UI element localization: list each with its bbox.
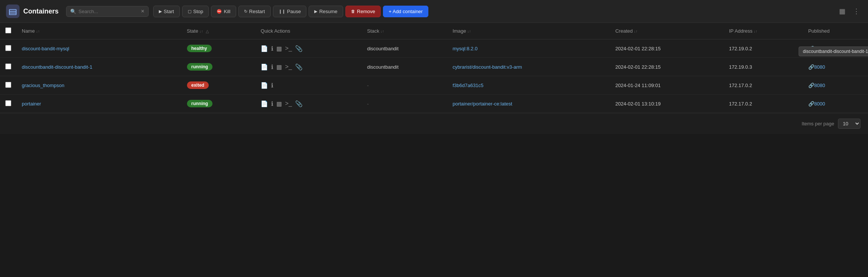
pause-button[interactable]: ❙❙ Pause — [273, 6, 307, 17]
logs-icon[interactable]: 📄 — [261, 45, 268, 52]
kill-icon: ⛔ — [217, 9, 222, 14]
svg-rect-2 — [9, 13, 16, 15]
quick-actions-group: 📄 ℹ ▩ >_ 📎 — [261, 63, 356, 71]
stack-cell: - — [362, 95, 448, 113]
image-link[interactable]: portainer/portainer-ce:latest — [452, 101, 512, 107]
ip-cell: 172.19.0.2 — [724, 39, 803, 58]
stack-value: - — [367, 101, 369, 107]
pause-icon: ❙❙ — [279, 9, 285, 14]
stop-button[interactable]: ▢ Stop — [182, 6, 209, 17]
stats-icon[interactable]: ▩ — [276, 45, 282, 52]
stack-cell: discountbandit — [362, 39, 448, 58]
port-link[interactable]: 🔗8080 — [808, 64, 825, 70]
inspect-icon[interactable]: ℹ — [271, 82, 273, 89]
inspect-icon[interactable]: ℹ — [271, 63, 273, 71]
image-cell: f3b6d7a631c5 — [447, 76, 610, 95]
port-link[interactable]: 🔗8000 — [808, 101, 825, 107]
start-button[interactable]: ▶ Start — [153, 6, 179, 17]
created-cell: 2024-02-01 22:28:15 — [610, 58, 724, 76]
col-state[interactable]: State↓↑ △ — [182, 23, 256, 39]
container-name-link[interactable]: discountbandit-discount-bandit-1 — [22, 64, 92, 70]
quick-actions-cell: 📄 ℹ ▩ >_ 📎 — [255, 95, 362, 113]
add-container-button[interactable]: + Add container — [383, 6, 428, 17]
col-published: Published — [803, 23, 868, 39]
row-checkbox-cell[interactable] — [0, 39, 17, 58]
ip-value: 172.19.0.2 — [729, 46, 752, 51]
state-badge: healthy — [187, 45, 212, 52]
attach-icon[interactable]: 📎 — [295, 100, 303, 107]
stack-cell: discountbandit — [362, 58, 448, 76]
container-name-link[interactable]: portainer — [22, 101, 41, 107]
row-checkbox-cell[interactable] — [0, 76, 17, 95]
containers-icon — [6, 5, 20, 18]
row-checkbox-cell[interactable] — [0, 58, 17, 76]
items-per-page-select[interactable]: 10 25 50 100 — [838, 119, 860, 129]
quick-actions-cell: 📄 ℹ — [255, 76, 362, 95]
container-name-link[interactable]: gracious_thompson — [22, 83, 64, 88]
stop-icon: ▢ — [188, 9, 191, 14]
logo-area: Containers — [6, 5, 59, 18]
row-checkbox[interactable] — [5, 100, 11, 106]
console-icon[interactable]: >_ — [285, 100, 292, 107]
state-badge: exited — [187, 81, 209, 89]
created-value: 2024-02-01 22:28:15 — [615, 64, 661, 70]
logs-icon[interactable]: 📄 — [261, 82, 268, 89]
created-value: 2024-02-01 22:28:15 — [615, 46, 661, 51]
stack-value: - — [367, 83, 369, 88]
container-state-cell: healthy — [182, 39, 256, 58]
image-link[interactable]: cybrarist/discount-bandit:v3-arm — [452, 64, 522, 70]
ip-value: 172.19.0.3 — [729, 64, 752, 70]
search-clear-icon[interactable]: ✕ — [141, 9, 145, 14]
attach-icon[interactable]: 📎 — [295, 63, 303, 71]
stack-cell: - — [362, 76, 448, 95]
row-checkbox[interactable] — [5, 45, 11, 51]
items-per-page-label: Items per page — [802, 121, 834, 126]
col-name[interactable]: Name↓↑ — [17, 23, 182, 39]
search-input[interactable] — [78, 9, 139, 14]
quick-actions-group: 📄 ℹ ▩ >_ 📎 — [261, 45, 356, 52]
toolbar-right: ▦ ⋮ — [837, 6, 862, 17]
remove-button[interactable]: 🗑 Remove — [345, 6, 381, 17]
table-header-row: Name↓↑ State↓↑ △ Quick Actions Stack↓↑ I… — [0, 23, 868, 39]
port-link[interactable]: 🔗8080 — [808, 83, 825, 88]
container-state-cell: running — [182, 58, 256, 76]
search-box[interactable]: 🔍 ✕ — [66, 6, 149, 17]
row-checkbox[interactable] — [5, 63, 11, 69]
table-row: gracious_thompson exited 📄 ℹ - f3b6d7a63… — [0, 76, 868, 95]
logs-icon[interactable]: 📄 — [261, 63, 268, 71]
start-icon: ▶ — [159, 9, 162, 14]
col-stack[interactable]: Stack↓↑ — [362, 23, 448, 39]
row-checkbox[interactable] — [5, 82, 11, 88]
container-name-cell: discount-bandit-mysql — [17, 39, 182, 58]
image-link[interactable]: mysql:8.2.0 — [452, 46, 477, 51]
console-icon[interactable]: >_ — [285, 63, 292, 70]
col-created[interactable]: Created↓↑ — [610, 23, 724, 39]
attach-icon[interactable]: 📎 — [295, 45, 303, 52]
logs-icon[interactable]: 📄 — [261, 100, 268, 107]
container-name-cell: gracious_thompson — [17, 76, 182, 95]
state-badge: running — [187, 63, 213, 71]
select-all-checkbox[interactable] — [5, 27, 11, 33]
image-cell: mysql:8.2.0 — [447, 39, 610, 58]
row-checkbox-cell[interactable] — [0, 95, 17, 113]
image-link[interactable]: f3b6d7a631c5 — [452, 83, 483, 88]
inspect-icon[interactable]: ℹ — [271, 45, 273, 52]
select-all-cell[interactable] — [0, 23, 17, 39]
container-name-link[interactable]: discount-bandit-mysql — [22, 46, 69, 51]
col-quick-actions: Quick Actions — [255, 23, 362, 39]
console-icon[interactable]: >_ — [285, 45, 292, 52]
container-state-cell: exited — [182, 76, 256, 95]
col-ip[interactable]: IP Address↓↑ — [724, 23, 803, 39]
layout-toggle-button[interactable]: ▦ — [837, 6, 848, 17]
inspect-icon[interactable]: ℹ — [271, 100, 273, 107]
stats-icon[interactable]: ▩ — [276, 100, 282, 107]
more-options-button[interactable]: ⋮ — [851, 6, 862, 17]
port-link[interactable]: 🔗3307 — [808, 46, 825, 51]
state-badge: running — [187, 100, 213, 107]
created-cell: 2024-02-01 22:28:15 — [610, 39, 724, 58]
stats-icon[interactable]: ▩ — [276, 63, 282, 71]
restart-button[interactable]: ↻ Restart — [238, 6, 271, 17]
kill-button[interactable]: ⛔ Kill — [211, 6, 236, 17]
col-image[interactable]: Image↓↑ — [447, 23, 610, 39]
resume-button[interactable]: ▶ Resume — [309, 6, 343, 17]
